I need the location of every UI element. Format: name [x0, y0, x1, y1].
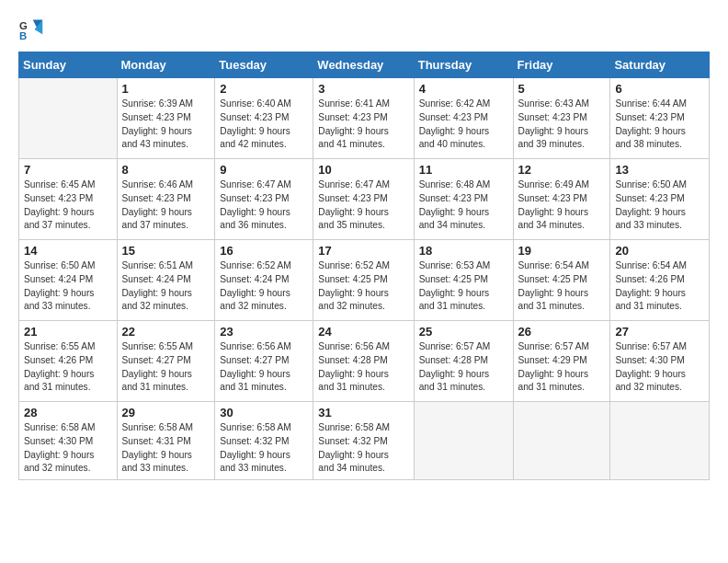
weekday-header-thursday: Thursday [414, 52, 513, 78]
weekday-header-wednesday: Wednesday [313, 52, 414, 78]
day-number: 3 [318, 82, 408, 96]
calendar-cell: 22Sunrise: 6:55 AMSunset: 4:27 PMDayligh… [117, 321, 215, 402]
day-number: 25 [419, 325, 508, 339]
day-info: Sunrise: 6:45 AMSunset: 4:23 PMDaylight:… [24, 178, 112, 233]
day-number: 4 [419, 82, 508, 96]
calendar-cell: 12Sunrise: 6:49 AMSunset: 4:23 PMDayligh… [513, 159, 610, 240]
calendar-cell: 31Sunrise: 6:58 AMSunset: 4:32 PMDayligh… [313, 402, 414, 480]
calendar-cell: 11Sunrise: 6:48 AMSunset: 4:23 PMDayligh… [414, 159, 513, 240]
calendar-cell: 26Sunrise: 6:57 AMSunset: 4:29 PMDayligh… [513, 321, 610, 402]
day-info: Sunrise: 6:58 AMSunset: 4:30 PMDaylight:… [24, 421, 112, 476]
day-number: 29 [122, 406, 210, 419]
page: G B SundayMondayTuesdayWednesdayThursday… [0, 0, 728, 563]
calendar-cell: 28Sunrise: 6:58 AMSunset: 4:30 PMDayligh… [19, 402, 118, 480]
calendar-cell: 21Sunrise: 6:55 AMSunset: 4:26 PMDayligh… [19, 321, 118, 402]
day-info: Sunrise: 6:50 AMSunset: 4:24 PMDaylight:… [24, 259, 112, 314]
calendar-cell: 10Sunrise: 6:47 AMSunset: 4:23 PMDayligh… [313, 159, 414, 240]
day-number: 30 [220, 406, 308, 419]
day-number: 23 [220, 325, 308, 339]
day-info: Sunrise: 6:49 AMSunset: 4:23 PMDaylight:… [518, 178, 606, 233]
calendar-cell: 25Sunrise: 6:57 AMSunset: 4:28 PMDayligh… [414, 321, 513, 402]
day-info: Sunrise: 6:56 AMSunset: 4:27 PMDaylight:… [220, 340, 308, 395]
logo: G B [18, 17, 46, 42]
calendar-cell: 23Sunrise: 6:56 AMSunset: 4:27 PMDayligh… [215, 321, 313, 402]
day-info: Sunrise: 6:57 AMSunset: 4:30 PMDaylight:… [615, 340, 704, 395]
calendar-cell: 13Sunrise: 6:50 AMSunset: 4:23 PMDayligh… [610, 159, 710, 240]
calendar-cell: 14Sunrise: 6:50 AMSunset: 4:24 PMDayligh… [19, 240, 118, 321]
calendar-cell: 29Sunrise: 6:58 AMSunset: 4:31 PMDayligh… [117, 402, 215, 480]
day-number: 20 [615, 244, 704, 258]
header: G B [18, 17, 710, 42]
weekday-header-tuesday: Tuesday [215, 52, 313, 78]
day-info: Sunrise: 6:50 AMSunset: 4:23 PMDaylight:… [615, 178, 704, 233]
day-info: Sunrise: 6:56 AMSunset: 4:28 PMDaylight:… [318, 340, 408, 395]
day-number: 7 [24, 163, 112, 177]
day-info: Sunrise: 6:57 AMSunset: 4:28 PMDaylight:… [419, 340, 508, 395]
day-number: 12 [518, 163, 606, 177]
calendar-cell: 9Sunrise: 6:47 AMSunset: 4:23 PMDaylight… [215, 159, 313, 240]
day-info: Sunrise: 6:54 AMSunset: 4:26 PMDaylight:… [615, 259, 704, 314]
calendar-cell: 16Sunrise: 6:52 AMSunset: 4:24 PMDayligh… [215, 240, 313, 321]
day-number: 10 [318, 163, 408, 177]
day-number: 18 [419, 244, 508, 258]
day-info: Sunrise: 6:44 AMSunset: 4:23 PMDaylight:… [615, 98, 704, 152]
day-info: Sunrise: 6:58 AMSunset: 4:31 PMDaylight:… [122, 421, 210, 476]
calendar-cell: 19Sunrise: 6:54 AMSunset: 4:25 PMDayligh… [513, 240, 610, 321]
day-info: Sunrise: 6:58 AMSunset: 4:32 PMDaylight:… [318, 421, 408, 476]
day-number: 5 [518, 82, 606, 96]
day-info: Sunrise: 6:41 AMSunset: 4:23 PMDaylight:… [318, 98, 408, 152]
day-info: Sunrise: 6:47 AMSunset: 4:23 PMDaylight:… [318, 178, 408, 233]
calendar-table: SundayMondayTuesdayWednesdayThursdayFrid… [18, 52, 710, 480]
day-info: Sunrise: 6:52 AMSunset: 4:25 PMDaylight:… [318, 259, 408, 314]
calendar-cell: 3Sunrise: 6:41 AMSunset: 4:23 PMDaylight… [313, 78, 414, 159]
calendar-cell: 27Sunrise: 6:57 AMSunset: 4:30 PMDayligh… [610, 321, 710, 402]
day-number: 22 [122, 325, 210, 339]
day-number: 19 [518, 244, 606, 258]
calendar-cell: 24Sunrise: 6:56 AMSunset: 4:28 PMDayligh… [313, 321, 414, 402]
calendar-cell [513, 402, 610, 480]
day-number: 2 [220, 82, 308, 96]
day-number: 14 [24, 244, 112, 258]
day-info: Sunrise: 6:39 AMSunset: 4:23 PMDaylight:… [122, 98, 210, 152]
calendar-cell: 30Sunrise: 6:58 AMSunset: 4:32 PMDayligh… [215, 402, 313, 480]
day-info: Sunrise: 6:40 AMSunset: 4:23 PMDaylight:… [220, 98, 308, 152]
day-info: Sunrise: 6:47 AMSunset: 4:23 PMDaylight:… [220, 178, 308, 233]
week-row-3: 14Sunrise: 6:50 AMSunset: 4:24 PMDayligh… [19, 240, 710, 321]
day-number: 13 [615, 163, 704, 177]
day-number: 28 [24, 406, 112, 419]
day-number: 16 [220, 244, 308, 258]
calendar-cell: 4Sunrise: 6:42 AMSunset: 4:23 PMDaylight… [414, 78, 513, 159]
calendar-cell: 17Sunrise: 6:52 AMSunset: 4:25 PMDayligh… [313, 240, 414, 321]
calendar-cell [610, 402, 710, 480]
day-number: 8 [122, 163, 210, 177]
day-info: Sunrise: 6:43 AMSunset: 4:23 PMDaylight:… [518, 98, 606, 152]
weekday-header-friday: Friday [513, 52, 610, 78]
day-number: 21 [24, 325, 112, 339]
calendar-cell: 5Sunrise: 6:43 AMSunset: 4:23 PMDaylight… [513, 78, 610, 159]
calendar-cell: 2Sunrise: 6:40 AMSunset: 4:23 PMDaylight… [215, 78, 313, 159]
day-number: 17 [318, 244, 408, 258]
svg-text:B: B [19, 30, 27, 41]
day-number: 9 [220, 163, 308, 177]
day-info: Sunrise: 6:42 AMSunset: 4:23 PMDaylight:… [419, 98, 508, 152]
week-row-1: 1Sunrise: 6:39 AMSunset: 4:23 PMDaylight… [19, 78, 710, 159]
day-info: Sunrise: 6:52 AMSunset: 4:24 PMDaylight:… [220, 259, 308, 314]
svg-text:G: G [19, 20, 28, 31]
day-number: 15 [122, 244, 210, 258]
day-info: Sunrise: 6:46 AMSunset: 4:23 PMDaylight:… [122, 178, 210, 233]
day-info: Sunrise: 6:57 AMSunset: 4:29 PMDaylight:… [518, 340, 606, 395]
day-number: 6 [615, 82, 704, 96]
day-number: 31 [318, 406, 408, 419]
day-number: 27 [615, 325, 704, 339]
weekday-header-monday: Monday [117, 52, 215, 78]
day-info: Sunrise: 6:53 AMSunset: 4:25 PMDaylight:… [419, 259, 508, 314]
calendar-cell [414, 402, 513, 480]
calendar-cell [19, 78, 118, 159]
day-number: 24 [318, 325, 408, 339]
day-info: Sunrise: 6:58 AMSunset: 4:32 PMDaylight:… [220, 421, 308, 476]
day-number: 1 [122, 82, 210, 96]
weekday-header-saturday: Saturday [610, 52, 710, 78]
day-number: 26 [518, 325, 606, 339]
calendar-cell: 15Sunrise: 6:51 AMSunset: 4:24 PMDayligh… [117, 240, 215, 321]
day-number: 11 [419, 163, 508, 177]
